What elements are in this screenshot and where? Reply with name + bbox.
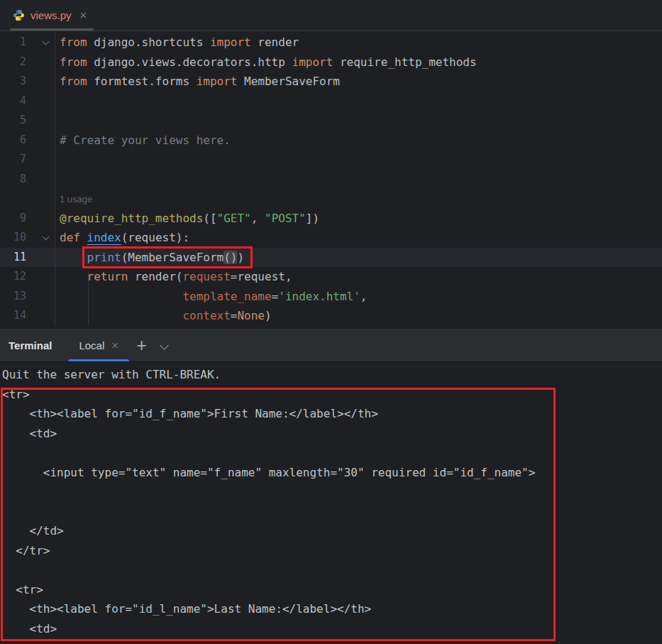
- code-token: ,: [360, 290, 368, 303]
- gutter: 8: [0, 170, 55, 190]
- line-number: 1: [0, 33, 26, 53]
- line-number: 6: [0, 131, 26, 151]
- line-number: 7: [0, 150, 26, 170]
- line-number: 10: [0, 228, 26, 248]
- terminal-line: <td>: [0, 619, 662, 639]
- editor-line-4[interactable]: 4: [0, 92, 662, 111]
- fold-chevron-icon[interactable]: [43, 234, 50, 241]
- code-token: ]): [306, 212, 319, 225]
- code-token: django.views.decorators.http: [87, 55, 292, 69]
- line-number: 12: [0, 267, 26, 287]
- code-token: from: [60, 75, 87, 88]
- line-number: 13: [0, 287, 26, 307]
- terminal-dropdown-chevron-icon[interactable]: [161, 339, 167, 351]
- line-number: 5: [0, 111, 26, 131]
- editor-line-1[interactable]: 1from django.shortcuts import render: [0, 33, 662, 53]
- terminal-line: </tr>: [0, 541, 662, 561]
- editor-line-13[interactable]: 13 template_name='index.html',: [0, 287, 662, 307]
- code-token: [80, 231, 87, 244]
- fold-chevron-icon[interactable]: [43, 38, 50, 45]
- terminal-line: <th><label for="id_l_name">Last Name:</l…: [0, 599, 662, 619]
- code-token: request: [182, 270, 230, 283]
- code-token: render(: [128, 270, 182, 283]
- gutter: 12: [0, 267, 55, 287]
- line-number: 2: [0, 53, 26, 72]
- gutter: 9: [0, 209, 55, 229]
- code-token: (MemberSaveForm: [121, 251, 224, 264]
- inlay-hint-row[interactable]: 1 usage: [0, 189, 662, 209]
- editor-line-14[interactable]: 14 context=None): [0, 306, 662, 326]
- gutter: 14: [0, 306, 55, 326]
- terminal-line: <tr>: [0, 580, 662, 600]
- terminal-tab-local[interactable]: Local ×: [68, 329, 129, 361]
- usages-inlay-hint[interactable]: 1 usage: [60, 194, 92, 204]
- editor-line-10[interactable]: 10def index(request):: [0, 228, 662, 248]
- code-editor[interactable]: 1from django.shortcuts import render2fro…: [0, 32, 662, 329]
- code-token: return: [87, 270, 128, 283]
- line-number: 11: [0, 248, 26, 268]
- editor-line-6[interactable]: 6# Create your views here.: [0, 131, 662, 151]
- code-token: django.shortcuts: [87, 36, 210, 49]
- line-number: 8: [0, 170, 26, 190]
- tab-active-underline: [10, 28, 94, 31]
- code-token: formtest.forms: [87, 75, 197, 88]
- terminal-output-area[interactable]: Quit the server with CTRL-BREAK.<tr> <th…: [0, 363, 662, 644]
- terminal-line: [0, 482, 662, 502]
- code-token: ,: [251, 212, 265, 225]
- terminal-tab-label: Local: [79, 339, 104, 351]
- line-number: 14: [0, 306, 26, 326]
- gutter: 4: [0, 92, 55, 111]
- pycharm-window: views.py × 1from django.shortcuts import…: [0, 0, 662, 644]
- line-number: 3: [0, 72, 26, 92]
- code-token: (): [224, 251, 237, 264]
- editor-line-5[interactable]: 5: [0, 111, 662, 131]
- editor-line-3[interactable]: 3from formtest.forms import MemberSaveFo…: [0, 72, 662, 92]
- terminal-line: </td>: [0, 521, 662, 541]
- editor-line-12[interactable]: 12 return render(request=request,: [0, 267, 662, 287]
- terminal-line: Quit the server with CTRL-BREAK.: [0, 365, 662, 385]
- code-token: ): [265, 309, 272, 322]
- line-number: 4: [0, 92, 26, 111]
- code-token: 'index.html': [278, 290, 360, 303]
- terminal-tab-active-underline: [68, 359, 129, 361]
- terminal-line: [0, 443, 662, 463]
- terminal-line: [0, 502, 662, 522]
- gutter: 7: [0, 150, 55, 170]
- code-token: [60, 251, 87, 264]
- new-terminal-session-icon[interactable]: +: [136, 337, 147, 354]
- gutter: 10: [0, 228, 55, 248]
- code-token: "POST": [265, 212, 306, 225]
- code-token: =: [272, 290, 279, 303]
- close-tab-icon[interactable]: ×: [80, 9, 87, 21]
- terminal-line: <td>: [0, 424, 662, 444]
- editor-line-2[interactable]: 2from django.views.decorators.http impor…: [0, 53, 662, 72]
- code-token: MemberSaveForm: [237, 75, 340, 88]
- gutter: [0, 189, 55, 209]
- code-token: "GET": [217, 212, 251, 225]
- terminal-line: <th><label for="id_f_name">First Name:</…: [0, 404, 662, 424]
- code-token: template_name: [182, 290, 271, 303]
- line-number: 9: [0, 209, 26, 229]
- code-token: def: [60, 231, 80, 244]
- editor-tab-bar: views.py ×: [0, 0, 662, 31]
- terminal-panel-header: Terminal Local × +: [0, 329, 662, 362]
- code-token: (request):: [121, 231, 189, 244]
- python-icon: [13, 9, 25, 21]
- editor-line-8[interactable]: 8: [0, 170, 662, 190]
- gutter: 6: [0, 131, 55, 151]
- code-token: import: [292, 55, 333, 69]
- code-token: index: [87, 231, 121, 244]
- terminal-line: <tr>: [0, 385, 662, 405]
- gutter: 11: [0, 248, 55, 268]
- editor-line-11[interactable]: 11 print(MemberSaveForm()): [0, 248, 662, 268]
- terminal-panel-title: Terminal: [9, 339, 52, 351]
- tab-views-py[interactable]: views.py ×: [6, 0, 95, 31]
- close-terminal-tab-icon[interactable]: ×: [111, 339, 118, 351]
- editor-line-9[interactable]: 9@require_http_methods(["GET", "POST"]): [0, 209, 662, 229]
- code-token: [60, 270, 87, 283]
- code-token: [60, 290, 182, 303]
- gutter: 1: [0, 33, 55, 53]
- terminal-line: <input type="text" name="f_name" maxleng…: [0, 463, 662, 483]
- editor-line-7[interactable]: 7: [0, 150, 662, 170]
- code-token: ([: [203, 212, 216, 225]
